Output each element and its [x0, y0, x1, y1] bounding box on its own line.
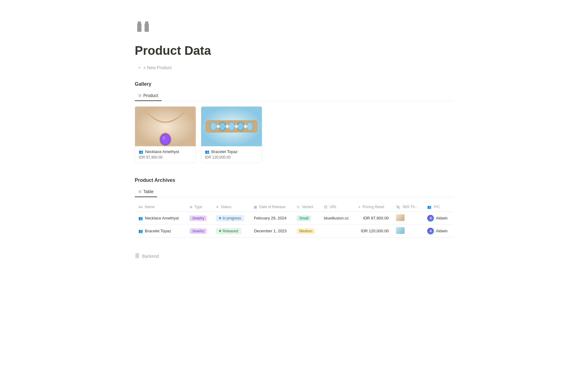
pic-icon: 👥 [427, 205, 432, 209]
gallery-grid: 👥 Necklace Amethyst IDR 87,900.00 [135, 106, 453, 163]
gallery-section: Gallery ⊞ Product [135, 81, 453, 163]
svg-rect-1 [138, 21, 141, 24]
gallery-card-image-necklace [135, 107, 196, 146]
avatar-circle-bracelet: A [427, 228, 434, 234]
col-header-name: Aa Name [135, 202, 186, 212]
archives-tab-table[interactable]: ⊞ Table [135, 187, 157, 197]
cell-pic-bracelet: A Aldwin [424, 225, 453, 238]
gallery-tab-product[interactable]: ⊞ Product [135, 91, 162, 101]
svg-rect-0 [137, 23, 141, 32]
svg-point-8 [163, 136, 165, 140]
col-header-pricing: # Pricing Retail [355, 202, 392, 212]
row-type-icon-necklace: 👥 [138, 216, 143, 220]
img-icon: 📎 [396, 205, 400, 209]
img-thumbnail-necklace [396, 214, 405, 221]
avatar-necklace: A Aldwin [427, 215, 447, 222]
status-icon: ✦ [216, 205, 219, 209]
calendar-icon: ▦ [254, 205, 257, 209]
cell-type-bracelet: Jewelry [186, 225, 212, 238]
cell-name-bracelet: 👥 Bracelet Topaz [135, 225, 186, 238]
cell-status-necklace: In progress [212, 212, 250, 225]
gallery-card-bracelet[interactable]: 👥 Bracelet Topaz IDR 120,000.00 [201, 106, 262, 163]
archives-tab-bar: ⊞ Table [135, 187, 453, 197]
gallery-tab-label: Product [143, 93, 158, 98]
col-header-status: ✦ Status [212, 202, 250, 212]
gallery-card-price-necklace: IDR 87,900.00 [139, 155, 192, 159]
variant-icon: ⊙ [297, 205, 300, 209]
svg-point-14 [211, 123, 216, 130]
text-icon: Aa [138, 205, 142, 209]
page-title: Product Data [135, 44, 453, 58]
table-row[interactable]: 👥 Bracelet Topaz Jewelry Released Decemb [135, 225, 453, 238]
table-icon: ⊞ [138, 189, 141, 194]
backend-section[interactable]: 🗄 Backend [135, 252, 453, 260]
col-header-img: 📎 IMG Th... [392, 202, 424, 212]
avatar-circle-necklace: A [427, 215, 434, 222]
database-icon: 🗄 [135, 253, 140, 259]
link-icon: ⛓ [324, 205, 327, 209]
svg-rect-2 [145, 23, 149, 32]
product-type-icon-bracelet: 👥 [205, 150, 209, 154]
svg-point-20 [238, 123, 243, 130]
product-type-icon-necklace: 👥 [139, 150, 143, 154]
new-product-label: + New Product [143, 65, 172, 70]
col-header-type: ⊕ Type [186, 202, 212, 212]
cell-name-necklace: 👥 Necklace Amethyst [135, 212, 186, 225]
svg-point-7 [161, 135, 170, 144]
svg-rect-3 [145, 21, 148, 24]
new-product-button[interactable]: ＋ + New Product [135, 64, 174, 72]
gallery-card-price-bracelet: IDR 120,000.00 [205, 155, 258, 159]
cell-price-bracelet: IDR 120,000.00 [355, 225, 392, 238]
cell-type-necklace: Jewelry [186, 212, 212, 225]
hash-icon: # [358, 205, 360, 209]
status-dot-bracelet [219, 230, 221, 232]
cell-variant-necklace: Small [293, 212, 320, 225]
page-icon [135, 18, 453, 39]
type-tag-necklace: Jewelry [190, 215, 207, 221]
gallery-card-image-bracelet [201, 107, 262, 146]
gallery-tab-bar: ⊞ Product [135, 91, 453, 101]
cell-url-bracelet [320, 225, 355, 238]
table-header-row: Aa Name ⊕ Type ✦ Status ▦ Date of Releas… [135, 202, 453, 212]
status-dot-necklace [219, 217, 221, 219]
gallery-card-name-bracelet: 👥 Bracelet Topaz [205, 149, 258, 154]
gallery-card-body-necklace: 👥 Necklace Amethyst IDR 87,900.00 [135, 146, 196, 163]
col-header-pic: 👥 PIC [424, 202, 453, 212]
gallery-card-necklace[interactable]: 👥 Necklace Amethyst IDR 87,900.00 [135, 106, 196, 163]
table-row[interactable]: 👥 Necklace Amethyst Jewelry In progress [135, 212, 453, 225]
backend-label: Backend [142, 254, 159, 259]
svg-point-22 [247, 123, 252, 130]
cell-variant-bracelet: Medium [293, 225, 320, 238]
variant-tag-bracelet: Medium [297, 228, 315, 234]
archives-section: Product Archives ⊞ Table Aa Name ⊕ Type [135, 178, 453, 238]
grid-icon: ⊞ [138, 93, 141, 98]
cell-img-necklace [392, 212, 424, 225]
cell-date-bracelet: December 1, 2023 [250, 225, 293, 238]
avatar-bracelet: A Aldwin [427, 228, 447, 234]
cell-date-necklace: February 29, 2024 [250, 212, 293, 225]
col-header-date: ▦ Date of Release [250, 202, 293, 212]
cell-status-bracelet: Released [212, 225, 250, 238]
svg-point-18 [229, 123, 234, 130]
row-type-icon-bracelet: 👥 [138, 229, 143, 233]
plus-icon: ＋ [137, 65, 141, 70]
cell-pic-necklace: A Aldwin [424, 212, 453, 225]
archives-tab-label: Table [143, 189, 153, 194]
cell-url-necklace: blueillusion.cc [320, 212, 355, 225]
gallery-section-title: Gallery [135, 81, 453, 87]
cell-price-necklace: IDR 87,900.00 [355, 212, 392, 225]
type-tag-bracelet: Jewelry [190, 228, 207, 234]
gallery-card-name-necklace: 👥 Necklace Amethyst [139, 149, 192, 154]
type-icon: ⊕ [190, 205, 192, 209]
cell-img-bracelet [392, 225, 424, 238]
status-badge-bracelet: Released [216, 228, 241, 234]
img-thumbnail-bracelet [396, 227, 405, 234]
svg-point-16 [220, 123, 225, 130]
status-badge-necklace: In progress [216, 215, 244, 221]
archives-table: Aa Name ⊕ Type ✦ Status ▦ Date of Releas… [135, 202, 453, 238]
gallery-card-body-bracelet: 👥 Bracelet Topaz IDR 120,000.00 [201, 146, 262, 163]
archives-section-title: Product Archives [135, 178, 453, 183]
col-header-url: ⛓ URL [320, 202, 355, 212]
col-header-variant: ⊙ Variant [293, 202, 320, 212]
variant-tag-necklace: Small [297, 215, 311, 221]
